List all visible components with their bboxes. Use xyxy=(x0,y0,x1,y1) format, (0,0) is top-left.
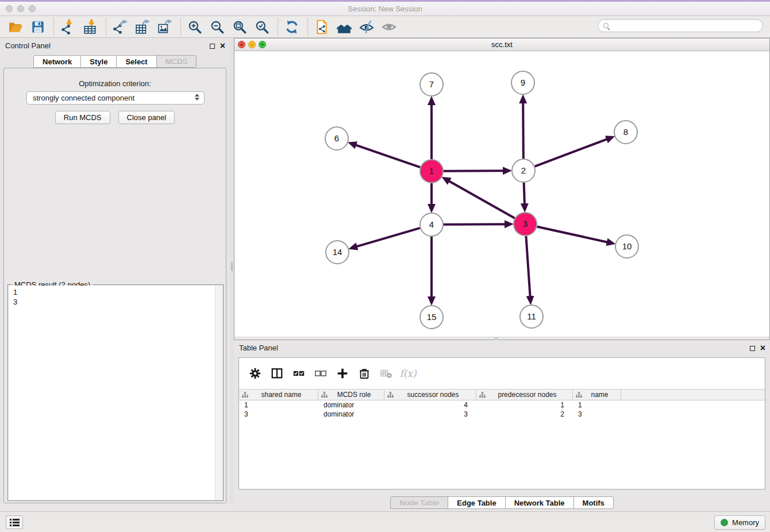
add-column-icon[interactable] xyxy=(334,365,351,381)
cell-predecessor-nodes[interactable]: 1 xyxy=(476,400,573,410)
task-history-button[interactable] xyxy=(6,515,23,529)
node-table-container: f(x) shared nameMCDS rolesuccessor nodes… xyxy=(238,357,765,489)
mcds-result-area[interactable]: 13 xyxy=(9,286,222,500)
tab-edge-table[interactable]: Edge Table xyxy=(448,496,505,509)
control-panel-title: Control Panel xyxy=(5,41,51,50)
close-view-icon[interactable]: × xyxy=(238,41,245,48)
open-session-icon[interactable] xyxy=(7,18,24,36)
edge-2-9[interactable] xyxy=(523,102,523,159)
float-table-panel-icon[interactable] xyxy=(750,346,755,351)
network-graph[interactable]: 1234678910111415 xyxy=(234,51,769,337)
criterion-dropdown[interactable]: strongly connected component xyxy=(26,91,205,105)
clone-network-icon[interactable] xyxy=(313,18,330,36)
toolbar-separator xyxy=(53,18,54,36)
edge-2-8[interactable] xyxy=(535,139,608,167)
import-network-icon[interactable] xyxy=(59,18,76,36)
edge-4-14[interactable] xyxy=(356,228,420,247)
show-graphics-details-icon[interactable] xyxy=(358,18,375,36)
zoom-out-icon[interactable] xyxy=(209,18,226,36)
home-layout-icon[interactable] xyxy=(336,18,353,36)
column-header-MCDS-role[interactable]: MCDS role xyxy=(318,390,384,400)
edge-1-6[interactable] xyxy=(355,145,420,167)
float-panel-icon[interactable] xyxy=(210,44,215,49)
cell-MCDS-role[interactable]: dominator xyxy=(318,410,384,419)
cell-name[interactable]: 1 xyxy=(573,400,621,410)
export-table-icon[interactable] xyxy=(134,18,151,36)
main-toolbar xyxy=(0,16,770,38)
cell-name[interactable]: 3 xyxy=(573,410,621,419)
tab-motifs[interactable]: Motifs xyxy=(573,496,614,509)
edge-3-1[interactable] xyxy=(449,181,515,218)
search-box[interactable] xyxy=(598,19,763,32)
column-header-name[interactable]: name xyxy=(573,390,621,400)
node-label-9: 9 xyxy=(521,78,525,87)
export-network-icon[interactable] xyxy=(111,18,129,36)
cell-shared-name[interactable]: 1 xyxy=(239,400,318,410)
network-window-titlebar[interactable]: × − + scc.txt xyxy=(234,38,769,51)
edge-2-3[interactable] xyxy=(524,183,525,205)
maximize-view-icon[interactable]: + xyxy=(259,41,266,48)
zoom-fit-icon[interactable] xyxy=(231,18,248,36)
network-canvas[interactable]: 1234678910111415 xyxy=(234,51,769,337)
cell-MCDS-role[interactable]: dominator xyxy=(318,400,384,410)
close-panel-icon[interactable]: × xyxy=(220,41,225,51)
column-header-successor-nodes[interactable]: successor nodes xyxy=(384,390,476,400)
close-table-panel-icon[interactable]: × xyxy=(760,344,765,353)
tab-style[interactable]: Style xyxy=(80,55,117,68)
result-scrollbar[interactable] xyxy=(215,286,222,500)
toolbar-separator xyxy=(307,18,308,36)
refresh-view-icon[interactable] xyxy=(283,18,301,36)
dropdown-stepper-icon xyxy=(195,94,199,101)
node-label-8: 8 xyxy=(623,127,628,137)
gear-icon[interactable] xyxy=(247,365,263,381)
splitter-grip[interactable] xyxy=(231,262,233,271)
run-mcds-button[interactable]: Run MCDS xyxy=(55,111,110,124)
zoom-in-icon[interactable] xyxy=(186,18,203,36)
network-view-title: scc.txt xyxy=(234,38,769,51)
close-panel-button[interactable]: Close panel xyxy=(118,111,175,124)
mcds-result-group: MCDS result (2 nodes) 13 xyxy=(7,284,224,501)
save-session-icon[interactable] xyxy=(29,18,47,36)
memory-button[interactable]: Memory xyxy=(714,515,765,530)
birdseye-view-icon[interactable] xyxy=(380,18,398,36)
export-image-icon[interactable] xyxy=(156,18,174,36)
tab-network[interactable]: Network xyxy=(33,55,81,68)
node-label-11: 11 xyxy=(527,311,536,321)
node-label-6: 6 xyxy=(334,133,339,143)
tab-select[interactable]: Select xyxy=(116,55,156,68)
delete-table-icon[interactable] xyxy=(378,365,394,381)
edge-3-11[interactable] xyxy=(526,236,530,297)
optimization-label: Optimization criterion: xyxy=(4,79,226,88)
apply-function-icon[interactable]: f(x) xyxy=(400,365,416,381)
select-all-icon[interactable] xyxy=(291,365,307,381)
edge-4-3[interactable] xyxy=(444,224,506,225)
mcds-panel: Optimization criterion: strongly connect… xyxy=(3,68,226,503)
delete-column-icon[interactable] xyxy=(356,365,372,381)
toolbar-separator xyxy=(106,18,106,36)
zoom-selected-icon[interactable] xyxy=(253,18,271,36)
deselect-all-icon[interactable] xyxy=(313,365,329,381)
tab-network-table[interactable]: Network Table xyxy=(505,496,574,509)
table-row[interactable]: 1dominator411 xyxy=(239,400,765,410)
node-label-4: 4 xyxy=(429,219,434,229)
node-label-7: 7 xyxy=(429,79,434,89)
table-panel-title: Table Panel xyxy=(239,344,278,352)
minimize-view-icon[interactable]: − xyxy=(248,41,256,48)
node-label-2: 2 xyxy=(521,165,526,175)
tab-node-table[interactable]: Node Table xyxy=(390,496,448,509)
cell-successor-nodes[interactable]: 3 xyxy=(384,410,476,419)
search-input[interactable] xyxy=(612,22,763,30)
panel-splitter[interactable] xyxy=(230,38,234,504)
column-header-shared-name[interactable]: shared name xyxy=(239,390,318,400)
tab-mcds[interactable]: MCDS xyxy=(156,55,197,68)
column-header-predecessor-nodes[interactable]: predecessor nodes xyxy=(476,390,573,400)
edge-3-10[interactable] xyxy=(537,227,608,242)
edge-1-2[interactable] xyxy=(444,171,504,171)
cell-successor-nodes[interactable]: 4 xyxy=(384,400,476,410)
split-panel-icon[interactable] xyxy=(269,365,285,381)
cell-predecessor-nodes[interactable]: 2 xyxy=(476,410,573,419)
cell-shared-name[interactable]: 3 xyxy=(239,410,318,419)
node-label-15: 15 xyxy=(427,312,437,322)
table-row[interactable]: 3dominator323 xyxy=(239,410,765,419)
import-table-icon[interactable] xyxy=(82,18,99,36)
